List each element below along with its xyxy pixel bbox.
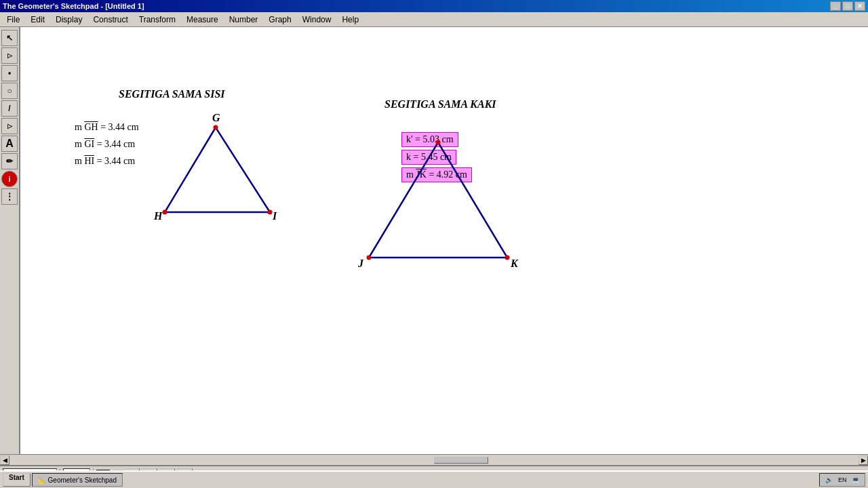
menu-window[interactable]: Window (297, 14, 337, 26)
triangle1-title: SEGITIGA SAMA SISI (119, 88, 225, 100)
menu-file[interactable]: File (1, 14, 25, 26)
menu-bar: File Edit Display Construct Transform Me… (0, 12, 868, 27)
dot-tool[interactable]: • (1, 65, 18, 81)
measurement-hi: m HI = 3.44 cm (75, 156, 135, 167)
line-tool[interactable]: / (1, 100, 18, 117)
pink-box-jk[interactable]: m JK = 4.92 cm (401, 167, 472, 182)
window-controls: _ □ ✕ (830, 1, 865, 11)
vertex-k-dot (505, 256, 510, 260)
start-button[interactable]: Start (3, 473, 31, 487)
vertex-j-dot (367, 256, 372, 260)
label-i: I (273, 210, 277, 222)
menu-edit[interactable]: Edit (25, 14, 50, 26)
text-tool[interactable]: A (1, 136, 18, 152)
point-tool[interactable]: ▷ (1, 47, 18, 64)
left-toolbar: ↖ ▷ • ○ / ▷ A ✏ i ⋮ (0, 27, 20, 454)
scroll-left-button[interactable]: ◀ (0, 455, 9, 465)
scrollbar-thumb[interactable] (434, 457, 488, 464)
label-h: H (154, 210, 162, 222)
select-tool[interactable]: ↖ (1, 30, 18, 46)
circle-tool[interactable]: ○ (1, 83, 18, 99)
menu-display[interactable]: Display (50, 14, 87, 26)
scrollbar-track[interactable] (11, 457, 857, 464)
pink-box-k-prime[interactable]: k' = 5.03 cm (401, 132, 458, 147)
canvas-area: SEGITIGA SAMA SISI m GH = 3.44 cm m GI =… (20, 27, 868, 454)
arrow-tool[interactable]: ▷ (1, 118, 18, 134)
menu-number[interactable]: Number (224, 14, 264, 26)
menu-construct[interactable]: Construct (87, 14, 133, 26)
taskbar: Start 📐 Geometer's Sketchpad 🔊 EN 💻 (0, 470, 868, 488)
app-title: The Geometer's Sketchpad - [Untitled 1] (3, 2, 144, 10)
measurement-gh: m GH = 3.44 cm (75, 122, 139, 133)
label-g: G (212, 112, 220, 124)
label-j: J (358, 258, 363, 270)
measurement-gi: m GI = 3.44 cm (75, 139, 135, 150)
horizontal-scrollbar[interactable]: ◀ ▶ (0, 454, 868, 465)
triangle2-title: SEGITIGA SAMA KAKI (384, 98, 496, 110)
more-tool[interactable]: ⋮ (1, 188, 18, 205)
scroll-right-button[interactable]: ▶ (859, 455, 868, 465)
label-k: K (511, 258, 518, 270)
vertex-apex-dot (436, 140, 441, 145)
title-bar: The Geometer's Sketchpad - [Untitled 1] … (0, 0, 868, 12)
menu-measure[interactable]: Measure (181, 14, 224, 26)
menu-transform[interactable]: Transform (134, 14, 181, 26)
close-button[interactable]: ✕ (854, 1, 865, 11)
minimize-button[interactable]: _ (830, 1, 841, 11)
menu-graph[interactable]: Graph (263, 14, 296, 26)
pink-box-k[interactable]: k = 5.45 cm (401, 150, 456, 165)
main-layout: ↖ ▷ • ○ / ▷ A ✏ i ⋮ SEGITIGA SAMA SISI m… (0, 27, 868, 454)
vertex-i-dot (268, 210, 273, 215)
menu-help[interactable]: Help (336, 14, 364, 26)
info-tool[interactable]: i (1, 171, 18, 187)
taskbar-sketchpad[interactable]: 📐 Geometer's Sketchpad (32, 473, 123, 487)
marker-tool[interactable]: ✏ (1, 153, 18, 169)
vertex-h-dot (163, 210, 167, 215)
vertex-g-dot (214, 125, 218, 130)
system-tray: 🔊 EN 💻 (819, 473, 865, 487)
svg-marker-0 (165, 127, 270, 212)
maximize-button[interactable]: □ (842, 1, 853, 11)
